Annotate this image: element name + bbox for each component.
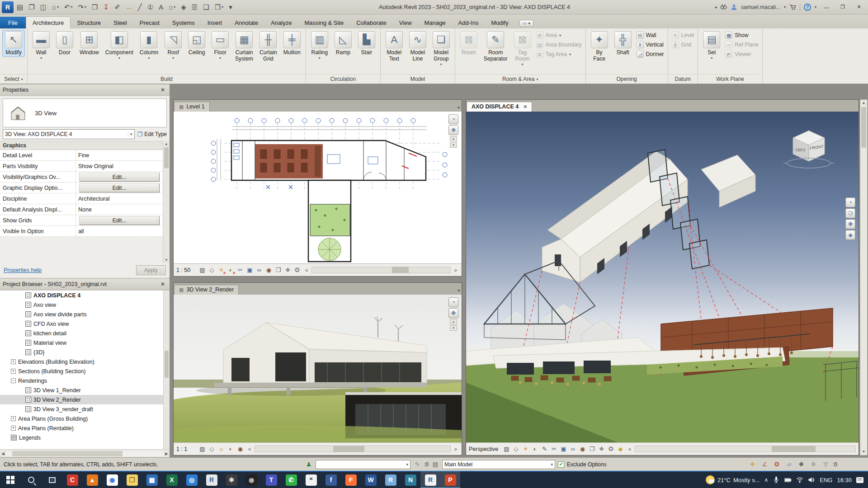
sync-with-central-icon[interactable]: ⌂▾ <box>50 1 61 13</box>
mullion-button[interactable]: ╪Mullion <box>281 30 303 57</box>
property-value[interactable]: Architectural <box>76 193 163 204</box>
save-icon[interactable]: ◫ <box>38 1 49 13</box>
store-cart-icon[interactable] <box>789 4 796 10</box>
detail-line-icon[interactable]: ╱ <box>136 1 144 13</box>
shadows-icon[interactable]: ◐ <box>226 445 235 453</box>
visual-style-icon[interactable]: ▨ <box>502 445 511 453</box>
scroll-right-icon[interactable]: > <box>453 267 459 273</box>
project-browser-close-icon[interactable]: ✕ <box>159 281 167 287</box>
tree-item-axo-view-divide-parts[interactable]: Axo view divide parts <box>0 310 170 319</box>
horizontal-scrollbar[interactable] <box>635 446 856 452</box>
sun-path-icon[interactable]: ☀ <box>521 445 530 453</box>
start-button[interactable] <box>0 471 21 488</box>
taskbar-app-facebook[interactable]: f <box>321 471 341 488</box>
tab-level-1[interactable]: ▦ Level 1 <box>174 102 210 112</box>
dropdown-icon[interactable]: ▾ <box>536 77 538 81</box>
user-avatar-icon[interactable] <box>731 4 737 10</box>
show-crop-region-icon[interactable]: ▣ <box>245 266 254 274</box>
background-processes-icon[interactable]: ❋ <box>809 460 818 469</box>
dropdown-icon[interactable]: ▾ <box>172 56 174 60</box>
help-dropdown-icon[interactable]: ▾ <box>815 5 816 9</box>
ribbon-tab-steel[interactable]: Steel <box>107 17 133 28</box>
model-group-button[interactable]: ❏Model Group▾ <box>430 30 453 68</box>
scroll-right-icon[interactable]: ▶ <box>165 451 168 456</box>
analytical-model-icon[interactable]: ❖ <box>283 266 292 274</box>
tree-item-legends[interactable]: Legends <box>0 433 170 442</box>
wall-button[interactable]: ▬Wall▾ <box>30 30 52 61</box>
column-button[interactable]: ▮Column▾ <box>137 30 161 61</box>
language-indicator[interactable]: ENG <box>820 477 832 483</box>
dropdown-icon[interactable]: ▾ <box>71 5 72 9</box>
scroll-down-icon[interactable]: ▼ <box>163 257 170 263</box>
graphic-display-optio-edit-button[interactable]: Edit... <box>79 183 160 192</box>
dropdown-icon[interactable]: ▾ <box>219 56 221 60</box>
visual-style-icon[interactable]: ▨ <box>198 266 207 274</box>
taskbar-app-settings[interactable]: ✱ <box>222 471 241 488</box>
detail-level-icon[interactable]: ◇ <box>208 266 216 274</box>
default-3d-view-icon[interactable]: ⌂▾ <box>166 1 178 13</box>
text-icon[interactable]: A <box>156 1 165 13</box>
print-icon[interactable]: ❒ <box>90 1 100 13</box>
filter-icon[interactable]: ▽ <box>821 460 830 469</box>
reveal-hidden-elements-icon[interactable]: ◉ <box>236 445 245 453</box>
vertical-button[interactable]: ⇕Vertical <box>637 41 664 48</box>
plan-canvas[interactable]: ◔ ✥ ▴ ▾ <box>174 112 462 263</box>
task-view-button[interactable] <box>42 471 62 488</box>
browser-scrollbar[interactable] <box>163 291 170 449</box>
temporary-hide-isolate-icon[interactable]: ∞ <box>255 266 264 274</box>
dropdown-icon[interactable]: ▾ <box>528 21 530 26</box>
tree-item-renderings[interactable]: −Renderings <box>0 376 170 385</box>
crop-view-icon[interactable]: ✂ <box>236 266 245 274</box>
combo-dropdown-icon[interactable]: ▾ <box>128 132 132 136</box>
collapse-icon[interactable]: < <box>303 267 310 273</box>
ribbon-tab-annotate[interactable]: Annotate <box>228 17 264 28</box>
dropdown-icon[interactable]: ▾ <box>440 62 442 66</box>
reveal-hidden-elements-icon[interactable]: ◉ <box>578 445 587 453</box>
collapse-icon[interactable]: < <box>246 446 253 452</box>
property-value[interactable]: Fine <box>76 150 163 160</box>
taskbar-app-whatsapp[interactable]: ✆ <box>281 471 301 488</box>
room-separator-button[interactable]: ✎Room Separator <box>481 30 510 63</box>
dropdown-icon[interactable]: ▾ <box>174 5 175 9</box>
select-pinned-icon[interactable]: ✪ <box>773 460 781 469</box>
detail-level-icon[interactable]: ◇ <box>208 445 216 453</box>
model-line-button[interactable]: ∿Model Line <box>406 30 429 63</box>
pan-icon[interactable]: ✥ <box>448 308 458 318</box>
close-button[interactable]: ✕ <box>853 2 865 12</box>
panel-label-model[interactable]: Model <box>381 74 455 84</box>
ribbon-tab-insert[interactable]: Insert <box>201 17 229 28</box>
dropdown-icon[interactable]: ▾ <box>148 56 150 60</box>
temporary-view-properties-icon[interactable]: ❒ <box>588 445 596 453</box>
taskbar-app-rstudio[interactable]: R <box>381 471 401 488</box>
nav-collapse-up-icon[interactable]: ▴ <box>450 319 457 324</box>
dropdown-icon[interactable]: ▾ <box>85 5 86 9</box>
ribbon-display-toggle[interactable]: ▭▾ <box>519 20 533 27</box>
collapse-search-icon[interactable]: ◂ <box>714 5 717 9</box>
navigation-wheel-icon[interactable]: ◔ <box>448 114 458 124</box>
stair-button[interactable]: ▙Stair <box>355 30 378 57</box>
tree-item-cfd-axo-view[interactable]: CFD Axo view <box>0 319 170 328</box>
expander-icon[interactable]: + <box>11 369 16 374</box>
ramp-button[interactable]: ◺Ramp <box>332 30 354 57</box>
panel-label-select[interactable]: Select▾ <box>0 74 27 84</box>
tree-item-elevations-building-elevation[interactable]: +Elevations (Building Elevation) <box>0 357 170 366</box>
pan-icon[interactable]: ✥ <box>845 219 855 229</box>
nav-collapse-up-icon[interactable]: ▴ <box>450 136 457 141</box>
scroll-down-icon[interactable]: ▼ <box>860 449 867 455</box>
exclude-options-checkbox[interactable]: ✓ <box>558 461 564 468</box>
dropdown-icon[interactable]: ▾ <box>711 56 712 60</box>
drag-on-selection-icon[interactable]: ✥ <box>797 460 806 469</box>
ribbon-tab-file[interactable]: File <box>0 17 26 28</box>
taskbar-app-notepad[interactable]: N <box>401 471 420 488</box>
shadows-icon[interactable]: ◐✕ <box>226 266 235 274</box>
door-button[interactable]: ▯Door <box>53 30 76 57</box>
sun-path-icon[interactable]: ☀✕ <box>217 266 226 274</box>
customize-qat-icon[interactable]: ▾ <box>226 1 235 13</box>
revit-app-icon[interactable]: R <box>2 1 14 13</box>
tab-axo-displace-4[interactable]: AXO DISPLACE 4 ✕ <box>467 102 532 112</box>
taskbar-app-vlc[interactable]: ▲ <box>82 471 102 488</box>
clock[interactable]: 16:30 <box>837 477 852 483</box>
user-dropdown-icon[interactable]: ▾ <box>784 5 786 9</box>
tray-expand-icon[interactable]: ∧ <box>764 477 768 483</box>
constraints-icon[interactable]: ✪ <box>607 445 615 453</box>
